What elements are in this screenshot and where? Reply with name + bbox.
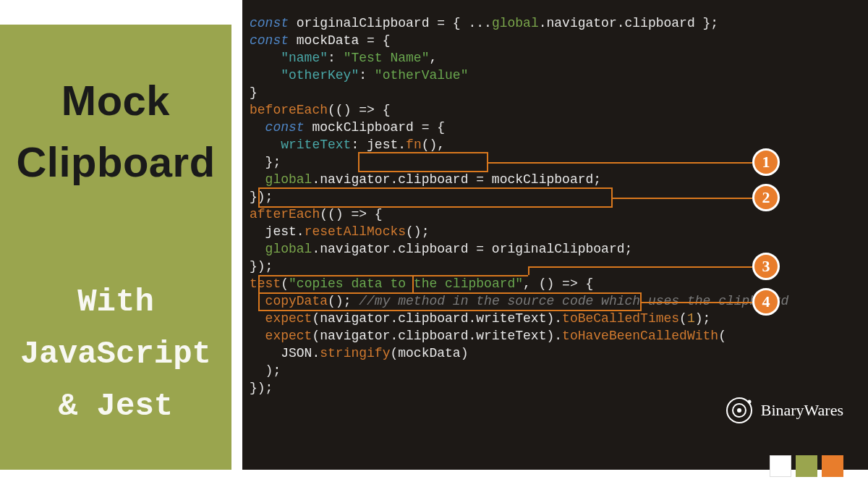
comment: //my method in the source code which use… [359, 294, 788, 308]
sidebar-top-panel: Mock Clipboard [0, 25, 231, 237]
close: }); [250, 190, 273, 204]
connector-4 [642, 302, 752, 303]
tail: (() => { [328, 103, 390, 117]
jest: jest [367, 138, 398, 152]
title-line-1: Mock [61, 76, 170, 124]
sidebar-bottom-panel: With JavaScript & Jest [0, 237, 231, 470]
annotation-badge-1: 1 [752, 148, 780, 176]
connector-3c [528, 266, 752, 268]
close: ); [250, 363, 281, 378]
square-orange [822, 455, 843, 477]
tail: , () => { [523, 276, 593, 291]
json: JSON [250, 346, 312, 360]
ident-global: global [492, 16, 539, 30]
slide-root: Mock Clipboard With JavaScript & Jest co… [0, 0, 868, 490]
fn-stringify: stringify [320, 346, 390, 360]
ident-global: global [250, 242, 312, 256]
paren: ( [281, 276, 289, 291]
brace: }; [250, 155, 281, 169]
fn-toHaveBeenCalledWith: toHaveBeenCalledWith [562, 329, 718, 343]
code-panel: const originalClipboard = { ...global.na… [242, 0, 868, 470]
close: }); [250, 259, 273, 274]
annotation-badge-2: 2 [752, 184, 780, 211]
ident: originalClipboard [297, 16, 437, 30]
ident: mockData [297, 33, 367, 48]
assign: .navigator.clipboard = originalClipboard… [312, 242, 632, 256]
brace: } [250, 85, 258, 100]
ident-global: global [250, 172, 312, 187]
key: "otherKey" [250, 68, 359, 83]
tail: (); [406, 224, 429, 239]
kw-const: const [250, 16, 297, 30]
arg: (navigator.clipboard.writeText). [312, 311, 562, 326]
colon: : [328, 51, 344, 65]
dot: . [312, 346, 320, 360]
svg-point-3 [747, 400, 751, 404]
fn: fn [406, 138, 422, 152]
annotation-badge-4: 4 [752, 288, 780, 316]
fn-afterEach: afterEach [250, 207, 320, 221]
title-line-2: Clipboard [16, 138, 215, 186]
connector-1 [488, 162, 752, 164]
footer-squares [770, 455, 843, 477]
op: = { [422, 120, 445, 135]
colon: : [359, 68, 375, 83]
fn-copyData: copyData [250, 294, 328, 308]
colon: : [351, 138, 367, 152]
string: "otherValue" [375, 68, 469, 83]
tail: (() => { [320, 207, 382, 221]
dot: . [398, 138, 406, 152]
number: 1 [687, 311, 695, 326]
ident: mockClipboard [312, 120, 421, 135]
brand-name: BinaryWares [761, 401, 843, 420]
annotation-badge-3: 3 [752, 253, 780, 280]
tail: .navigator.clipboard }; [539, 16, 718, 30]
op: = { ... [437, 16, 492, 30]
comma: , [429, 51, 437, 65]
paren: ( [679, 311, 687, 326]
assign: .navigator.clipboard = mockClipboard; [312, 172, 601, 187]
jest: jest [250, 224, 297, 239]
key: "name" [250, 51, 328, 65]
dot: . [297, 224, 305, 239]
brand-icon [725, 396, 754, 425]
arg: (navigator.clipboard.writeText). [312, 329, 562, 343]
tail: ); [695, 311, 711, 326]
arg: (mockData) [390, 346, 468, 360]
subtitle-line-2: JavaScript [20, 336, 211, 372]
fn-beforeEach: beforeEach [250, 103, 328, 117]
tail: (); [328, 294, 359, 308]
fn-expect: expect [250, 311, 312, 326]
kw-const: const [250, 120, 312, 135]
kw-const: const [250, 33, 297, 48]
fn-test: test [250, 276, 281, 291]
tail: (), [422, 138, 445, 152]
connector-3a [414, 275, 528, 276]
subtitle-line-3: & Jest [59, 388, 173, 424]
fn-resetAllMocks: resetAllMocks [305, 224, 406, 239]
fn-expect: expect [250, 329, 312, 343]
fn-toBeCalledTimes: toBeCalledTimes [562, 311, 679, 326]
connector-2 [613, 198, 752, 199]
svg-point-2 [737, 408, 741, 413]
subtitle-line-1: With [77, 284, 154, 320]
square-olive [796, 455, 817, 477]
string: "Test Name" [344, 51, 430, 65]
op: = { [367, 33, 390, 48]
paren: ( [718, 329, 726, 343]
prop-writeText: writeText [250, 138, 351, 152]
string: "copies data to the clipboard" [289, 276, 523, 291]
square-white [770, 455, 791, 477]
brand-logo: BinaryWares [725, 396, 843, 425]
close: }); [250, 381, 273, 395]
